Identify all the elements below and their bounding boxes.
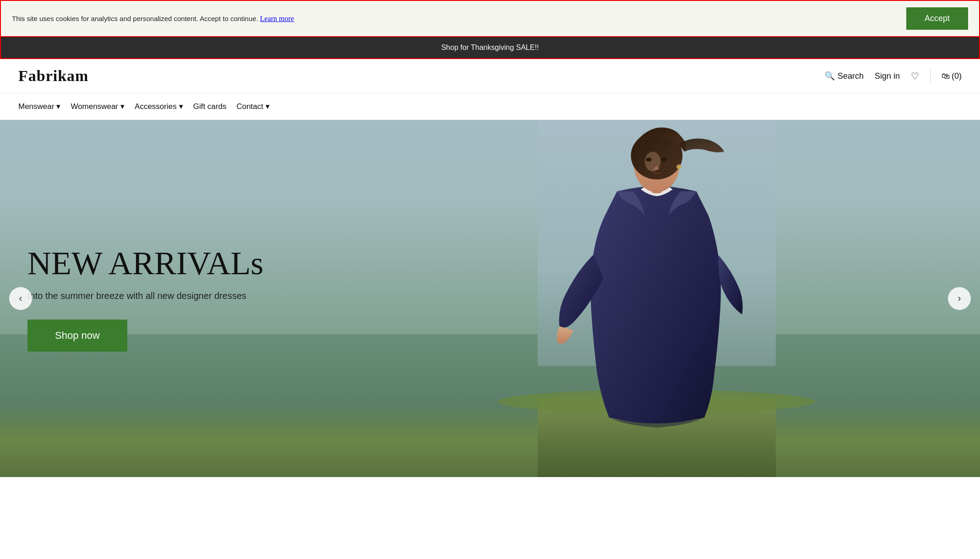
header-actions: 🔍 Search Sign in ♡ 🛍 (0)	[825, 70, 962, 82]
nav-item-womenswear[interactable]: Womenswear ▾	[71, 98, 135, 115]
heart-icon: ♡	[911, 71, 919, 81]
nav-item-giftcards[interactable]: Gift cards	[193, 98, 237, 115]
wishlist-button[interactable]: ♡	[911, 71, 919, 81]
signin-button[interactable]: Sign in	[875, 71, 900, 81]
search-icon: 🔍	[825, 71, 835, 81]
hero-title: NEW ARRIVALs	[27, 245, 263, 282]
svg-point-9	[676, 164, 681, 169]
hero-subtitle: Into the summer breeze with all new desi…	[27, 291, 263, 301]
hero-content: NEW ARRIVALs Into the summer breeze with…	[0, 245, 291, 352]
chevron-right-icon: ›	[958, 293, 961, 304]
sale-banner: Shop for Thanksgiving SALE!!	[0, 37, 980, 59]
search-label: Search	[838, 71, 864, 81]
chevron-down-icon: ▾	[120, 102, 125, 111]
svg-point-8	[661, 157, 666, 162]
carousel-prev-button[interactable]: ‹	[9, 287, 32, 310]
svg-point-7	[646, 157, 651, 162]
cookie-message: This site uses cookies for analytics and…	[12, 15, 294, 23]
accept-button[interactable]: Accept	[906, 7, 968, 30]
cart-button[interactable]: 🛍 (0)	[942, 71, 962, 81]
nav-label-womenswear: Womenswear	[71, 102, 118, 111]
nav-label-giftcards: Gift cards	[193, 102, 227, 111]
nav-label-contact: Contact	[236, 102, 263, 111]
carousel-next-button[interactable]: ›	[948, 287, 971, 310]
chevron-down-icon: ▾	[56, 102, 60, 111]
header-divider	[930, 70, 931, 82]
search-button[interactable]: 🔍 Search	[825, 71, 864, 81]
cart-count: (0)	[952, 71, 962, 81]
nav-label-menswear: Menswear	[18, 102, 54, 111]
sale-banner-text: Shop for Thanksgiving SALE!!	[441, 43, 539, 51]
hero-section: NEW ARRIVALs Into the summer breeze with…	[0, 120, 980, 477]
cart-icon: 🛍	[942, 71, 950, 81]
nav-item-menswear[interactable]: Menswear ▾	[18, 98, 71, 115]
nav-item-accessories[interactable]: Accessories ▾	[135, 98, 193, 115]
hero-model-figure	[412, 120, 902, 477]
chevron-down-icon: ▾	[266, 102, 270, 111]
shop-now-button[interactable]: Shop now	[27, 320, 127, 352]
nav-label-accessories: Accessories	[135, 102, 177, 111]
chevron-left-icon: ‹	[19, 293, 22, 304]
cookie-banner: This site uses cookies for analytics and…	[0, 0, 980, 37]
header: Fabrikam 🔍 Search Sign in ♡ 🛍 (0)	[0, 59, 980, 93]
logo[interactable]: Fabrikam	[18, 67, 88, 85]
nav-item-contact[interactable]: Contact ▾	[236, 98, 280, 115]
chevron-down-icon: ▾	[179, 102, 183, 111]
main-nav: Menswear ▾ Womenswear ▾ Accessories ▾ Gi…	[0, 93, 980, 120]
learn-more-link[interactable]: Learn more	[260, 15, 294, 22]
cookie-text: This site uses cookies for analytics and…	[12, 15, 258, 22]
